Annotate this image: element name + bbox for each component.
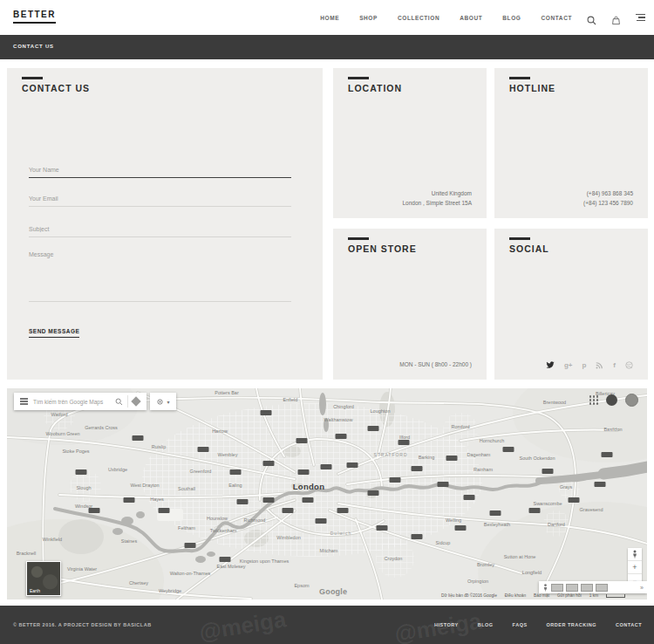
imagery-thumb[interactable] [566, 584, 578, 592]
title-kicker-bar [22, 77, 43, 79]
divider [127, 395, 128, 408]
location-country: United Kingdom [403, 188, 473, 198]
nav-blog[interactable]: BLOG [502, 15, 521, 21]
map-canvas [7, 388, 647, 599]
privacy-link[interactable]: Bảo mật [534, 593, 549, 598]
title-kicker-bar [509, 77, 530, 79]
google-plus-icon[interactable]: g+ [564, 362, 573, 369]
my-location-icon[interactable] [156, 398, 164, 406]
google-map[interactable]: WatfordBorehamwoodPotters BarEnfieldChin… [7, 388, 647, 599]
nav-home[interactable]: HOME [320, 15, 339, 21]
subject-input[interactable] [29, 226, 291, 237]
search-icon[interactable] [587, 13, 596, 23]
facebook-icon[interactable]: f [613, 362, 616, 369]
footer-link-contact[interactable]: CONTACT [616, 622, 642, 627]
cart-icon[interactable] [611, 13, 621, 23]
send-message-button[interactable]: SEND MESSAGE [29, 328, 79, 338]
location-address: London , Simple Street 15A [403, 198, 473, 208]
zoom-in-button[interactable]: + [628, 561, 642, 574]
nav-shop[interactable]: SHOP [359, 15, 378, 21]
map-attribution: Dữ liệu bản đồ ©2016 Google Điều khoản B… [441, 593, 625, 598]
email-input[interactable] [29, 195, 291, 207]
map-copyright: Dữ liệu bản đồ ©2016 Google [441, 593, 497, 598]
header-icons [587, 0, 645, 35]
earth-label: Earth [30, 588, 40, 593]
apps-grid-icon[interactable] [589, 395, 598, 404]
scale-label: 1 km [589, 593, 598, 598]
map-mode-card: ▾ [150, 393, 176, 410]
nav-contact[interactable]: CONTACT [542, 15, 573, 21]
imagery-carousel: » [539, 581, 647, 593]
page: BETTER HOME SHOP COLLECTION ABOUT BLOG C… [0, 0, 654, 644]
breadcrumb: CONTACT US [13, 44, 54, 49]
chevron-down-icon[interactable]: ▾ [167, 399, 169, 405]
twitter-icon[interactable] [546, 361, 555, 369]
open-store-panel: OPEN STORE MON - SUN ( 8h00 - 22h00 ) [333, 229, 487, 380]
watermark-text: @meiga [197, 606, 288, 644]
map-search-icon[interactable] [115, 398, 123, 406]
hotline-lines: (+84) 963 868 345 (+84) 123 456 7890 [583, 188, 633, 208]
location-lines: United Kingdom London , Simple Street 15… [403, 188, 473, 208]
hotline-number-1: (+84) 963 868 345 [583, 188, 633, 198]
social-title: SOCIAL [509, 243, 549, 254]
map-search-input[interactable]: Tìm kiếm trên Google Maps [28, 399, 115, 405]
footer-link-faqs[interactable]: FAQS [513, 622, 528, 627]
notifications-icon[interactable] [606, 394, 617, 406]
map-top-right-controls [589, 394, 638, 407]
location-panel: LOCATION United Kingdom London , Simple … [333, 68, 487, 218]
scale-bar [606, 594, 625, 598]
feedback-link[interactable]: Gửi phản hồi [557, 593, 582, 598]
imagery-thumb[interactable] [581, 584, 593, 592]
pinterest-icon[interactable]: p [582, 362, 586, 369]
hotline-number-2: (+84) 123 456 7890 [583, 198, 633, 208]
imagery-thumb[interactable] [551, 584, 563, 592]
breadcrumb-bar: CONTACT US @meiga @meiga [0, 35, 654, 59]
footer-copyright: © BETTER 2016. A PROJECT DESIGN BY BASIC… [13, 622, 152, 627]
title-kicker-bar [509, 237, 530, 240]
map-menu-icon[interactable] [20, 398, 28, 404]
footer-link-history[interactable]: HISTORY [434, 622, 459, 627]
google-logo: Google [319, 587, 347, 596]
menu-icon[interactable] [636, 14, 645, 21]
name-input[interactable] [29, 167, 291, 178]
rss-icon[interactable] [596, 361, 603, 369]
message-textarea[interactable] [29, 251, 291, 302]
social-icons-row: g+ p f [546, 361, 633, 369]
logo[interactable]: BETTER [13, 10, 56, 24]
pegman-icon[interactable] [542, 584, 548, 592]
nav-collection[interactable]: COLLECTION [398, 15, 439, 21]
directions-icon[interactable] [131, 396, 140, 406]
footer: © BETTER 2016. A PROJECT DESIGN BY BASIC… [0, 606, 654, 644]
contact-form-title: CONTACT US [22, 83, 90, 93]
map-search-card: Tìm kiếm trên Google Maps [14, 393, 146, 410]
watermark-text: @meiga [197, 56, 288, 59]
hotline-title: HOTLINE [509, 83, 555, 93]
title-kicker-bar [348, 77, 369, 79]
open-store-title: OPEN STORE [348, 243, 417, 254]
hotline-panel: HOTLINE (+84) 963 868 345 (+84) 123 456 … [494, 68, 648, 218]
pegman-icon[interactable] [628, 548, 642, 561]
footer-links: HISTORY BLOG FAQS ORDER TRACKING CONTACT [434, 606, 642, 644]
header: BETTER HOME SHOP COLLECTION ABOUT BLOG C… [0, 0, 654, 35]
imagery-thumb[interactable] [596, 584, 608, 592]
footer-link-order-tracking[interactable]: ORDER TRACKING [547, 622, 596, 627]
main-nav: HOME SHOP COLLECTION ABOUT BLOG CONTACT [320, 0, 572, 35]
contact-form-panel: CONTACT US SEND MESSAGE [7, 68, 323, 380]
earth-view-toggle[interactable]: Earth [26, 561, 61, 596]
terms-link[interactable]: Điều khoản [505, 593, 526, 598]
dribbble-icon[interactable] [625, 361, 633, 369]
location-title: LOCATION [348, 83, 402, 93]
nav-about[interactable]: ABOUT [460, 15, 482, 21]
avatar[interactable] [625, 394, 638, 407]
social-panel: SOCIAL g+ p f [494, 229, 648, 380]
collapse-arrow-icon[interactable]: » [640, 585, 644, 591]
title-kicker-bar [348, 237, 369, 240]
open-store-hours: MON - SUN ( 8h00 - 22h00 ) [399, 360, 472, 369]
footer-link-blog[interactable]: BLOG [478, 622, 494, 627]
